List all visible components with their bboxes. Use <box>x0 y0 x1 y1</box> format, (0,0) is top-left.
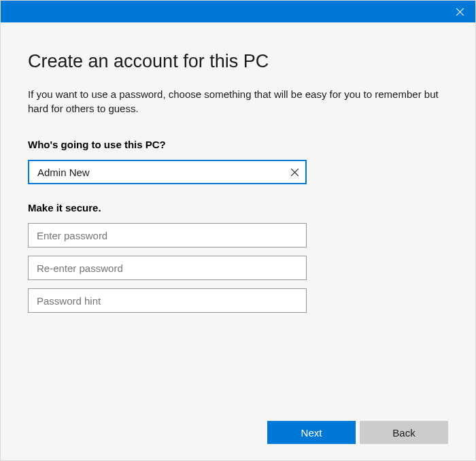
clear-icon <box>291 169 299 176</box>
close-button[interactable] <box>444 1 475 22</box>
title-bar <box>1 1 475 22</box>
page-title: Create an account for this PC <box>28 51 448 72</box>
clear-username-button[interactable] <box>284 161 305 183</box>
secure-section: Make it secure. <box>28 202 448 313</box>
repassword-input[interactable] <box>28 256 307 280</box>
footer-buttons: Next Back <box>267 421 448 444</box>
user-section-label: Who's going to use this PC? <box>28 139 448 150</box>
account-setup-window: Create an account for this PC If you wan… <box>0 0 476 461</box>
password-hint-input[interactable] <box>28 288 307 313</box>
secure-section-label: Make it secure. <box>28 202 448 214</box>
next-button[interactable]: Next <box>267 421 356 444</box>
username-input-wrap <box>28 160 307 184</box>
username-input[interactable] <box>28 160 307 184</box>
content-area: Create an account for this PC If you wan… <box>1 22 475 313</box>
password-input[interactable] <box>28 223 307 247</box>
close-icon <box>456 8 464 16</box>
user-section: Who's going to use this PC? <box>28 139 448 184</box>
back-button[interactable]: Back <box>360 421 448 444</box>
page-subtitle: If you want to use a password, choose so… <box>28 87 448 116</box>
